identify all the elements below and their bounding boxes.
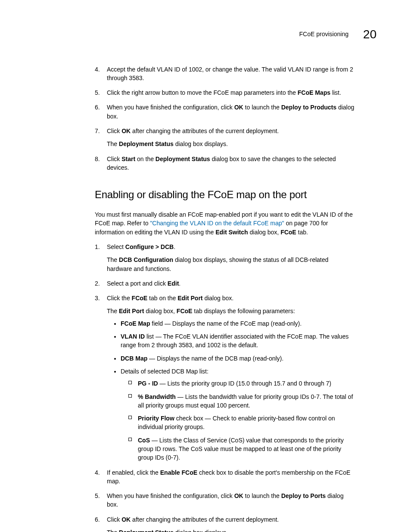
text: The <box>107 308 119 314</box>
text: . <box>179 280 181 287</box>
step-5: 5. Click the right arrow button to move … <box>95 88 355 97</box>
bold: Deployment Status <box>119 140 174 147</box>
bold: Edit Port <box>177 295 202 302</box>
step-number: 2. <box>95 279 100 288</box>
step-4: 4. Accept the default VLAN ID of 1002, o… <box>95 65 355 83</box>
step-list-b: 1. Select Configure > DCB. The DCB Confi… <box>95 243 355 532</box>
square-item: CoS — Lists the Class of Service (CoS) v… <box>128 436 355 462</box>
text: field — Displays the name of the FCoE ma… <box>150 320 302 327</box>
bold: OK <box>121 516 131 523</box>
bold: Deployment Status <box>156 156 210 162</box>
step-b4: 4. If enabled, click the Enable FCoE che… <box>95 468 355 486</box>
text: Click the <box>107 295 132 302</box>
step-8: 8. Click Start on the Deployment Status … <box>95 155 355 172</box>
bold: Priority Flow <box>138 415 174 422</box>
bold: FCoE <box>177 308 193 314</box>
text: tab displays the following parameters: <box>192 308 295 314</box>
bold: OK <box>234 492 243 499</box>
bold: FCoE Map <box>121 320 150 327</box>
bold: DCB Map <box>121 355 147 362</box>
step-number: 4. <box>95 468 100 477</box>
bold: Deploy to Ports <box>281 492 326 499</box>
step-7: 7. Click OK after changing the attribute… <box>95 127 355 149</box>
text: — Displays the name of the DCB map (read… <box>147 355 283 362</box>
step-b5: 5. When you have finished the configurat… <box>95 492 355 509</box>
text: — Lists the Class of Service (CoS) value… <box>138 437 344 461</box>
bold: Deploy to Products <box>281 104 336 111</box>
step-text: to launch the <box>243 104 281 111</box>
header-title: FCoE provisioning <box>299 31 349 37</box>
step-number: 5. <box>95 88 100 97</box>
step-text: When you have finished the configuration… <box>107 104 234 111</box>
step-list-a: 4. Accept the default VLAN ID of 1002, o… <box>95 65 355 172</box>
step-number: 6. <box>95 515 100 524</box>
step-number: 3. <box>95 294 100 302</box>
step-6: 6. When you have finished the configurat… <box>95 103 355 121</box>
bullet-item: Details of selected DCB Map list: PG - I… <box>121 367 355 462</box>
page-content: 4. Accept the default VLAN ID of 1002, o… <box>95 65 355 532</box>
section-heading: Enabling or disabling the FCoE map on th… <box>95 187 355 202</box>
bold: OK <box>121 128 131 134</box>
text: If enabled, click the <box>107 469 160 476</box>
bullet-item: VLAN ID list — The FCoE VLAN identifier … <box>121 332 355 350</box>
step-sub: The Deployment Status dialog box display… <box>107 140 355 148</box>
text: When you have finished the configuration… <box>107 492 234 499</box>
square-item: % Bandwidth — Lists the bandwidth value … <box>128 392 355 410</box>
bullet-item: FCoE Map field — Displays the name of th… <box>121 319 355 328</box>
text: The <box>107 256 119 263</box>
bold: FCoE Maps <box>298 89 330 96</box>
step-text: Click the right arrow button to move the… <box>107 89 298 96</box>
step-number: 6. <box>95 103 100 112</box>
step-text: on the <box>135 156 156 162</box>
step-number: 5. <box>95 492 100 500</box>
text: dialog box displays. <box>174 529 228 532</box>
bold: % Bandwidth <box>138 393 176 400</box>
step-number: 4. <box>95 65 100 74</box>
bold: Start <box>121 156 135 162</box>
step-number: 7. <box>95 127 100 135</box>
bold: Edit <box>168 280 179 287</box>
text: after changing the attributes of the cur… <box>131 516 279 523</box>
bold: DCB Configuration <box>119 256 173 263</box>
bold: CoS <box>138 437 150 444</box>
bold: Edit Switch <box>215 229 248 236</box>
step-number: 8. <box>95 155 100 163</box>
bold: Configure > DCB <box>125 243 174 250</box>
text: to launch the <box>243 492 281 499</box>
step-b2: 2. Select a port and click Edit. <box>95 279 355 288</box>
text: dialog box, <box>248 229 281 236</box>
step-text: list. <box>330 89 341 96</box>
step-sub: The DCB Configuration dialog box display… <box>107 255 355 273</box>
step-sub: The Deployment Status dialog box display… <box>107 528 355 532</box>
bold: VLAN ID <box>121 333 145 340</box>
step-text: Click <box>107 156 121 162</box>
square-item: Priority Flow check box — Check to enabl… <box>128 414 355 432</box>
bold: FCoE <box>132 295 148 302</box>
step-text: Click <box>107 128 121 134</box>
text: tab on the <box>147 295 177 302</box>
text: dialog box, <box>144 308 177 314</box>
text: Click <box>107 516 121 523</box>
text: . <box>174 243 175 250</box>
bold: FCoE <box>280 229 296 236</box>
text: Select a port and click <box>107 280 168 287</box>
step-text: after changing the attributes of the cur… <box>131 128 279 134</box>
cross-reference-link[interactable]: "Changing the VLAN ID on the default FCo… <box>150 220 284 227</box>
step-b3: 3. Click the FCoE tab on the Edit Port d… <box>95 294 355 462</box>
square-item: PG - ID — Lists the priority group ID (1… <box>128 379 355 388</box>
page-header: FCoE provisioning 20 <box>34 26 377 44</box>
step-number: 1. <box>95 243 100 251</box>
bold: PG - ID <box>138 380 158 387</box>
text: — Lists the priority group ID (15.0 thro… <box>158 380 331 387</box>
bold: Deployment Status <box>119 529 174 532</box>
text: dialog box displays. <box>174 140 228 147</box>
step-b6: 6. Click OK after changing the attribute… <box>95 515 355 532</box>
step-text: Accept the default VLAN ID of 1002, or c… <box>107 66 353 81</box>
intro-paragraph: You must first manually disable an FCoE … <box>95 210 355 236</box>
text: The <box>107 140 119 147</box>
square-list: PG - ID — Lists the priority group ID (1… <box>128 379 355 462</box>
text: Details of selected DCB Map list: <box>121 368 209 375</box>
text: list — The FCoE VLAN identifier associat… <box>121 333 349 348</box>
bullet-item: DCB Map — Displays the name of the DCB m… <box>121 354 355 363</box>
text: dialog box. <box>203 295 234 302</box>
